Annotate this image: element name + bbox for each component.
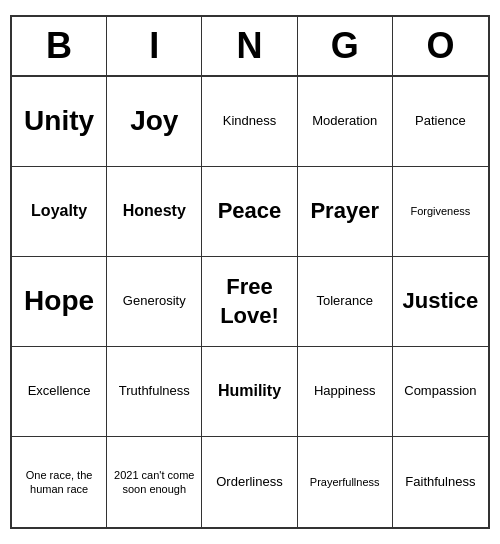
bingo-cell-8: Prayer [298,167,393,257]
bingo-cell-21: 2021 can't come soon enough [107,437,202,527]
header-letter-I: I [107,17,202,75]
bingo-cell-24: Faithfulness [393,437,488,527]
bingo-cell-14: Justice [393,257,488,347]
bingo-cell-5: Loyalty [12,167,107,257]
header-letter-O: O [393,17,488,75]
bingo-cell-10: Hope [12,257,107,347]
bingo-cell-20: One race, the human race [12,437,107,527]
bingo-cell-22: Orderliness [202,437,297,527]
bingo-cell-15: Excellence [12,347,107,437]
bingo-cell-16: Truthfulness [107,347,202,437]
bingo-grid: UnityJoyKindnessModerationPatienceLoyalt… [12,77,488,527]
bingo-cell-0: Unity [12,77,107,167]
header-letter-N: N [202,17,297,75]
bingo-cell-11: Generosity [107,257,202,347]
bingo-card: BINGO UnityJoyKindnessModerationPatience… [10,15,490,529]
bingo-cell-2: Kindness [202,77,297,167]
bingo-cell-13: Tolerance [298,257,393,347]
bingo-cell-7: Peace [202,167,297,257]
bingo-header: BINGO [12,17,488,77]
bingo-cell-17: Humility [202,347,297,437]
bingo-cell-4: Patience [393,77,488,167]
bingo-cell-3: Moderation [298,77,393,167]
bingo-cell-9: Forgiveness [393,167,488,257]
bingo-cell-6: Honesty [107,167,202,257]
bingo-cell-18: Happiness [298,347,393,437]
bingo-cell-19: Compassion [393,347,488,437]
header-letter-B: B [12,17,107,75]
bingo-cell-12: Free Love! [202,257,297,347]
header-letter-G: G [298,17,393,75]
bingo-cell-23: Prayerfullness [298,437,393,527]
bingo-cell-1: Joy [107,77,202,167]
